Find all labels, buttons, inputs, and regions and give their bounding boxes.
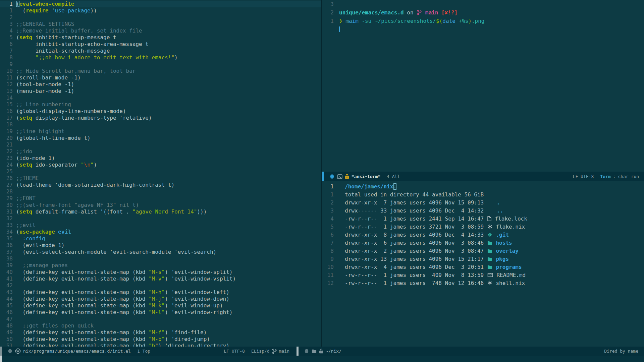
- line-number: 3: [322, 0, 337, 8]
- line-content: ;;ido: [16, 148, 32, 155]
- line-content: (define-key evil-normal-state-map (kbd "…: [16, 269, 232, 276]
- line-number: 13: [0, 88, 16, 95]
- text-token[interactable]: shell.nix: [493, 280, 525, 286]
- text-token: (evil-mode 1): [16, 242, 65, 248]
- text-token: ) 'evil-window-down): [165, 296, 229, 302]
- line-content: (tool-bar-mode -1): [16, 81, 74, 88]
- text-token: total used in directory 44 available 56 …: [345, 191, 484, 198]
- dired-line: 8drwxr-xr-x 2 james users 4096 Nov 3 08:…: [322, 247, 644, 255]
- text-token: $(: [436, 18, 442, 24]
- line-number: 36: [0, 242, 16, 249]
- line-content: drwx------ 33 james users 4096 Dec 4 14:…: [345, 207, 503, 215]
- line-content: (load-theme 'doom-solarized-dark-high-co…: [16, 182, 174, 188]
- code-line: 29;;FONT: [0, 195, 321, 202]
- text-token[interactable]: hosts: [493, 240, 512, 246]
- line-number: 32: [0, 215, 16, 222]
- dired-line: 12-rw-r--r-- 1 james users 748 Nov 12 16…: [322, 279, 644, 287]
- line-number: 3: [0, 21, 16, 27]
- text-token: (: [16, 162, 19, 168]
- dired-line: 1total used in directory 44 available 56…: [322, 191, 644, 199]
- text-token: (define-key evil-normal-state-map (kbd: [16, 329, 149, 336]
- code-line: 12(tool-bar-mode -1): [0, 81, 321, 88]
- text-token: [48, 7, 52, 14]
- line-number: 1: [322, 191, 337, 199]
- line-content: ;;(set-frame-font "agave NF 13" nil t): [16, 202, 139, 208]
- minibuffer-echo-area[interactable]: [0, 356, 644, 362]
- git-icon: [487, 232, 492, 237]
- dired-listing-window[interactable]: 1/home/james/nix:1total used in director…: [322, 181, 644, 347]
- code-line: 45 (define-key evil-normal-state-map (kb…: [0, 302, 321, 309]
- text-token: "agave Nerd Font 14": [132, 208, 197, 215]
- text-token[interactable]: /home/james/nix: [345, 183, 393, 190]
- line-number: 26: [0, 175, 16, 182]
- terminal-window-ansi-term[interactable]: 32unique/emacs/emacs.d on main [✘!?]1❯ m…: [322, 0, 644, 172]
- line-number: 23: [0, 155, 16, 162]
- line-number: 5: [0, 34, 16, 41]
- text-token[interactable]: ..: [497, 207, 503, 214]
- editor-window-init-el[interactable]: 1(eval-when-compile1 (require 'use-packa…: [0, 0, 321, 347]
- text-token: require: [26, 7, 48, 14]
- code-line: 27(load-theme 'doom-solarized-dark-high-…: [0, 182, 321, 188]
- code-line: 41 (define-key evil-normal-state-map (kb…: [0, 276, 321, 282]
- line-number: 11: [0, 74, 16, 81]
- text-token: :config: [22, 235, 45, 242]
- text-token: "M-j": [149, 296, 165, 302]
- line-content: ;; Hide Scroll bar,menu bar, tool bar: [16, 68, 136, 74]
- folder-icon: [487, 249, 492, 253]
- line-content: drwxr-xr-x 4 james users 4096 Dec 3 20:5…: [345, 263, 522, 271]
- text-token[interactable]: overlay: [493, 248, 519, 254]
- modeline-init-el: nix/programs/unique/emacs/emacs.d/init.e…: [0, 347, 297, 356]
- line-content: (require 'use-package)): [16, 7, 97, 14]
- text-token[interactable]: programs: [493, 264, 522, 270]
- line-number: 11: [322, 271, 337, 279]
- code-line: 21: [0, 141, 321, 148]
- text-token: ) 'find-file): [165, 329, 207, 336]
- line-content: (setq default-frame-alist '((font . "aga…: [16, 208, 207, 215]
- text-token: ) 'dired-jump): [165, 336, 210, 342]
- text-token: (define-key evil-normal-state-map (kbd: [16, 336, 149, 342]
- line-number: 33: [0, 222, 16, 229]
- text-token[interactable]: .git: [493, 232, 509, 238]
- text-token: ;;GENERAL SETTINGS: [16, 21, 74, 27]
- terminal-line: 3: [322, 0, 644, 8]
- text-token: (define-key evil-normal-state-map (kbd: [16, 309, 149, 315]
- line-content: (evil-select-search-module 'evil-search-…: [16, 249, 216, 255]
- text-token[interactable]: pkgs: [493, 256, 509, 262]
- code-line: 36 (evil-mode 1): [0, 242, 321, 249]
- line-number: 49: [0, 329, 16, 336]
- text-token[interactable]: .: [497, 199, 500, 206]
- line-number: 3: [322, 207, 337, 215]
- code-line: 50 (define-key evil-normal-state-map (kb…: [0, 336, 321, 343]
- line-number: 17: [0, 115, 16, 121]
- line-number: 15: [0, 101, 16, 108]
- text-token: main: [422, 9, 438, 16]
- code-line: 7 initial-scratch-message: [0, 48, 321, 54]
- text-token[interactable]: flake.lock: [492, 216, 527, 222]
- text-token: ";;oh how i adore to edit text with emac…: [36, 54, 174, 61]
- line-content: ;;line higlight: [16, 128, 65, 135]
- code-line: 34(use-package evil: [0, 229, 321, 235]
- text-token: -rw-r--r-- 1 james users 409 Nov 8 13:59: [345, 272, 487, 278]
- text-token: (scroll-bar-mode -1): [16, 74, 81, 81]
- lock-icon: [345, 174, 349, 179]
- modeline-active-bar: [297, 347, 299, 356]
- modeline-label: Term: [600, 174, 610, 179]
- modeline-label: 1 Top: [137, 349, 150, 354]
- text-token: ;;THEME: [16, 175, 39, 181]
- text-token: "M-b": [149, 336, 165, 342]
- buffer-state-icon: [7, 348, 13, 354]
- text-token: "M-h": [149, 289, 165, 295]
- line-number: 41: [0, 276, 16, 282]
- terminal-line: [322, 25, 644, 34]
- dired-line: 6drwxr-xr-x 8 james users 4096 Dec 4 14:…: [322, 231, 644, 239]
- code-line: 16(global-display-line-numbers-mode): [0, 108, 321, 115]
- modeline-label: ELisp/d: [251, 349, 270, 354]
- text-token: use-package: [19, 229, 55, 235]
- code-line: 10;; Hide Scroll bar,menu bar, tool bar: [0, 68, 321, 74]
- line-content: ;;THEME: [16, 175, 39, 182]
- line-number: 10: [322, 263, 337, 271]
- text-token[interactable]: README.md: [493, 272, 526, 278]
- text-token: (evil-select-search-module 'evil-search-…: [16, 249, 216, 255]
- text-token[interactable]: flake.nix: [493, 224, 525, 230]
- modeline-label: nix/programs/unique/emacs/emacs.d/init.e…: [23, 349, 131, 354]
